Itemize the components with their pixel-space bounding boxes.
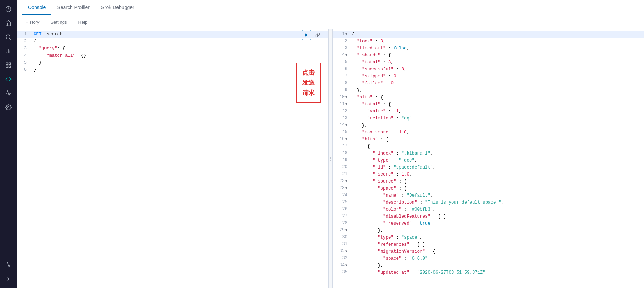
output-line: 12 "value" : 11, xyxy=(333,108,644,115)
send-tooltip: 点击 发送 请求 xyxy=(296,63,321,103)
help-button[interactable]: Help xyxy=(75,18,90,26)
line-number: 5 xyxy=(17,59,31,66)
line-content: "query": { xyxy=(31,45,328,52)
tab-grok-debugger[interactable]: Grok Debugger xyxy=(95,0,140,15)
output-line: 35 "updated_at" : "2020-06-27T03:51:59.8… xyxy=(333,269,644,276)
output-line: 17 { xyxy=(333,143,644,150)
line-number: 4 xyxy=(17,52,31,59)
fold-arrow[interactable]: ▼ xyxy=(345,263,347,268)
clock-icon[interactable] xyxy=(2,3,15,15)
output-line-content: }, xyxy=(350,122,644,129)
output-line-number: 13 xyxy=(333,115,350,122)
output-line: 25 "description" : "This is your default… xyxy=(333,199,644,206)
fold-arrow[interactable]: ▼ xyxy=(345,186,347,191)
output-line-content: "disabledFeatures" : [ ], xyxy=(350,213,644,220)
code-editor[interactable]: 1 GET _search 2 { 3 "query": { 4 │ "matc… xyxy=(17,29,328,288)
output-line: 11 ▼ "total" : { xyxy=(333,101,644,108)
output-line-number: 30 xyxy=(333,234,350,241)
discover-icon[interactable] xyxy=(2,31,15,43)
stack-monitoring-icon[interactable] xyxy=(2,87,15,100)
output-line-content: "_source" : { xyxy=(350,178,644,185)
output-line: 30 "type" : "space", xyxy=(333,234,644,241)
output-line-number: 29 ▼ xyxy=(333,227,350,234)
output-line-number: 14 ▼ xyxy=(333,122,350,129)
output-line-number: 18 xyxy=(333,150,350,157)
output-line: 23 ▼ "space" : { xyxy=(333,185,644,192)
devtools-icon[interactable] xyxy=(2,73,15,85)
output-line-number: 2 xyxy=(333,38,350,44)
dashboard-icon[interactable] xyxy=(2,59,15,71)
output-line-number: 5 xyxy=(333,59,350,66)
sidebar xyxy=(0,0,17,288)
output-line-number: 34 ▼ xyxy=(333,262,350,269)
output-line-content: }, xyxy=(350,227,644,234)
output-line-number: 20 xyxy=(333,164,350,171)
settings-button[interactable]: Settings xyxy=(48,18,70,26)
history-button[interactable]: History xyxy=(22,18,42,26)
fold-arrow[interactable]: ▼ xyxy=(345,228,347,233)
line-number: 2 xyxy=(17,38,31,45)
output-line: 15 "max_score" : 1.0, xyxy=(333,129,644,136)
copy-as-curl-button[interactable] xyxy=(313,30,323,40)
output-line: 28 "_reserved" : true xyxy=(333,220,644,227)
output-line-content: { xyxy=(350,31,644,38)
output-line-content: "space" : { xyxy=(350,185,644,192)
tooltip-line3: 请求 xyxy=(302,88,315,98)
tab-search-profiler[interactable]: Search Profiler xyxy=(51,0,95,15)
svg-rect-9 xyxy=(6,66,8,68)
uptime-icon[interactable] xyxy=(2,259,15,271)
output-line-number: 17 xyxy=(333,143,350,150)
output-line-content: "successful" : 8, xyxy=(350,66,644,73)
svg-marker-11 xyxy=(305,33,308,37)
svg-point-10 xyxy=(8,107,9,108)
output-line-number: 19 xyxy=(333,157,350,164)
tooltip-line2: 发送 xyxy=(302,78,315,88)
tab-console[interactable]: Console xyxy=(22,0,51,15)
code-line: 3 "query": { xyxy=(17,45,328,52)
output-line: 22 ▼ "_source" : { xyxy=(333,178,644,185)
code-line: 6 } xyxy=(17,66,328,73)
output-line: 10 ▼ "hits" : { xyxy=(333,94,644,101)
output-line-content: "took" : 3, xyxy=(350,38,644,45)
fold-arrow[interactable]: ▼ xyxy=(345,179,347,184)
line-content: GET _search xyxy=(31,31,328,38)
output-line: 21 "_score" : 1.0, xyxy=(333,171,644,178)
run-button[interactable] xyxy=(302,30,311,40)
output-line: 3 "timed_out" : false, xyxy=(333,45,644,52)
visualize-icon[interactable] xyxy=(2,45,15,57)
line-number: 1 xyxy=(17,31,31,38)
collapse-sidebar-icon[interactable] xyxy=(2,273,15,285)
output-line-content: "description" : "This is your default sp… xyxy=(350,199,644,206)
editor-area: 1 GET _search 2 { 3 "query": { 4 │ "matc… xyxy=(17,29,644,288)
output-line-content: "hits" : { xyxy=(350,94,644,101)
home-icon[interactable] xyxy=(2,17,15,29)
svg-line-2 xyxy=(9,38,10,39)
fold-arrow[interactable]: ▼ xyxy=(345,53,347,58)
fold-arrow[interactable]: ▼ xyxy=(345,102,347,107)
output-line-number: 12 xyxy=(333,108,350,115)
output-line-content: "space" : "6.6.0" xyxy=(350,255,644,262)
fold-arrow[interactable]: ▼ xyxy=(345,95,347,100)
output-line-content: "migrationVersion" : { xyxy=(350,248,644,255)
output-line-content: "skipped" : 0, xyxy=(350,73,644,80)
fold-arrow[interactable]: ▼ xyxy=(345,137,347,142)
line-content: { xyxy=(31,38,328,45)
output-line-content: "_index" : ".kibana_1", xyxy=(350,150,644,157)
fold-arrow[interactable]: ▼ xyxy=(345,249,347,254)
fold-arrow[interactable]: ▼ xyxy=(345,32,347,37)
output-line-content: "_id" : "space:default", xyxy=(350,164,644,171)
output-line-number: 27 xyxy=(333,213,350,220)
output-line-number: 22 ▼ xyxy=(333,178,350,185)
output-panel: 1 ▼ { 2 "took" : 3, 3 "timed_out" : fals… xyxy=(333,29,644,288)
output-line: 9 }, xyxy=(333,87,644,94)
panel-divider[interactable]: ⋮ xyxy=(328,29,333,288)
management-icon[interactable] xyxy=(2,101,15,114)
output-line-content: }, xyxy=(350,262,644,269)
output-line-content: "total" : 8, xyxy=(350,59,644,66)
tab-bar: Console Search Profiler Grok Debugger xyxy=(17,0,644,15)
output-line: 2 "took" : 3, xyxy=(333,38,644,45)
line-number: 3 xyxy=(17,45,31,52)
output-line-number: 15 xyxy=(333,129,350,136)
output-line-number: 31 xyxy=(333,241,350,248)
fold-arrow[interactable]: ▼ xyxy=(345,123,347,128)
